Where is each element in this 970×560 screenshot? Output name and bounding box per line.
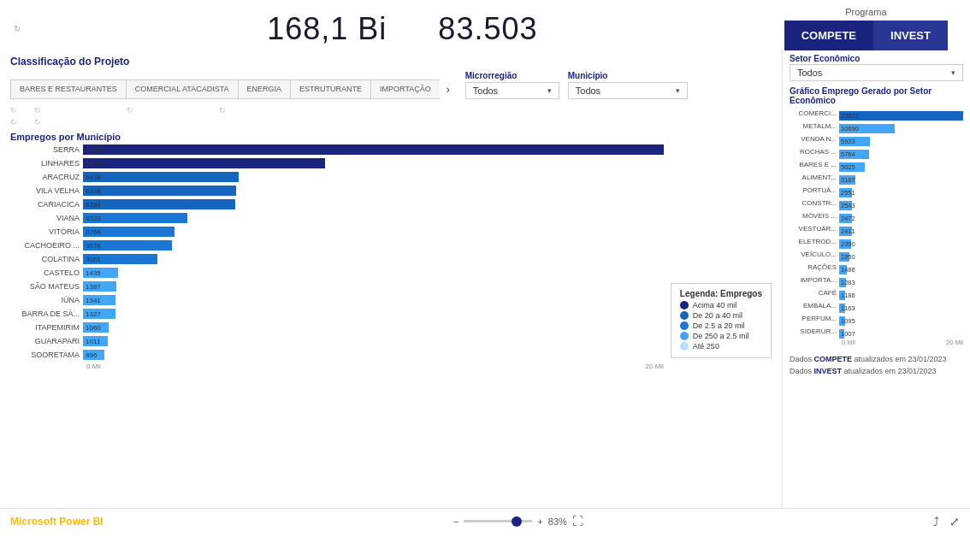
sector-bar-wrap: 1950 bbox=[839, 250, 963, 259]
muni-bar-row: LINHARES 10005 bbox=[10, 157, 664, 169]
fullscreen-icon[interactable]: ⛶ bbox=[572, 515, 583, 528]
sector-bar-fill: 1950 bbox=[839, 252, 849, 262]
tab-importacao[interactable]: IMPORTAÇÃO bbox=[370, 80, 440, 99]
muni-bar-row: ARACRUZ 6438 bbox=[10, 171, 664, 183]
microrregiao-select[interactable]: Todos ▾ bbox=[465, 82, 559, 99]
sector-bar-row: IMPORTA... 1283 bbox=[790, 274, 963, 286]
compete-link[interactable]: COMPETE bbox=[814, 355, 853, 363]
sector-bar-label: BARES E ... bbox=[790, 161, 839, 168]
sector-bar-wrap: 2472 bbox=[839, 211, 963, 221]
sector-bar-label: CONSTR... bbox=[790, 199, 839, 207]
invest-link[interactable]: INVEST bbox=[814, 367, 843, 375]
programa-buttons: COMPETE INVEST bbox=[784, 21, 948, 50]
muni-bar-fill: 896 bbox=[83, 350, 104, 360]
muni-bar-row: SOORETAMA 896 bbox=[10, 349, 664, 361]
compete-button[interactable]: COMPETE bbox=[784, 21, 873, 50]
setor-economico-select[interactable]: Todos ▾ bbox=[790, 64, 963, 81]
sector-bar-wrap: 2411 bbox=[839, 224, 963, 233]
sector-chart-scroll[interactable]: COMERCI... 23922 METALM... 10690 VENDA N… bbox=[790, 108, 963, 346]
muni-bar-row: IÚNA 1341 bbox=[10, 294, 664, 306]
sector-bar-row: PORTUÁ... 2551 bbox=[790, 185, 963, 196]
big-number-2: 83.503 bbox=[438, 11, 537, 47]
bottom-bar: Microsoft Power BI − + 83% ⛶ ⤴ ⤢ bbox=[0, 508, 970, 533]
sector-bar-label: ALIMENT... bbox=[790, 174, 839, 181]
sector-bar-wrap: 1095 bbox=[839, 314, 963, 323]
sector-bar-value: 2551 bbox=[841, 189, 855, 197]
big-number-1: 168,1 Bi bbox=[267, 11, 387, 47]
muni-bar-label: SÃO MATEUS bbox=[10, 282, 83, 291]
sector-bar-label: EMBALA... bbox=[790, 302, 839, 309]
programa-label: Programa bbox=[845, 7, 886, 17]
sector-bar-row: MÓVEIS ... 2472 bbox=[790, 210, 963, 221]
sector-bar-row: METALM... 10690 bbox=[790, 121, 963, 132]
sector-bar-label: VÉÍCULO... bbox=[790, 251, 839, 258]
muni-bar-label: GUARAPARI bbox=[10, 337, 83, 345]
sector-bar-row: ELETROD... 2390 bbox=[790, 236, 963, 247]
muni-bar-row: COLATINA 3061 bbox=[10, 253, 664, 265]
muni-bar-label: LINHARES bbox=[10, 159, 83, 168]
muni-bar-wrap: 1387 bbox=[83, 281, 664, 292]
muni-bar-label: CACHOEIRO ... bbox=[10, 241, 83, 250]
sector-bar-value: 5025 bbox=[841, 163, 855, 171]
muni-bar-fill: 24447 bbox=[83, 144, 664, 155]
zoom-plus[interactable]: + bbox=[537, 516, 542, 527]
legend-item-label: De 20 a 40 mil bbox=[693, 311, 742, 320]
muni-bar-value: 3768 bbox=[86, 228, 101, 236]
sector-bar-row: RAÇÕES 1486 bbox=[790, 262, 963, 273]
muni-bar-value: 10005 bbox=[86, 160, 104, 168]
tab-estruturante[interactable]: ESTRUTURANTE bbox=[290, 80, 370, 99]
zoom-minus[interactable]: − bbox=[453, 516, 458, 527]
muni-bar-value: 6338 bbox=[86, 187, 101, 195]
sector-bar-wrap: 1283 bbox=[839, 275, 963, 285]
expand-icon[interactable]: ⤢ bbox=[949, 515, 960, 528]
sector-bar-value: 2543 bbox=[841, 202, 855, 209]
muni-bar-value: 4320 bbox=[86, 215, 101, 222]
sector-bar-fill: 5923 bbox=[839, 137, 870, 146]
sector-bar-fill: 10690 bbox=[839, 124, 895, 133]
muni-bar-wrap: 4320 bbox=[83, 213, 664, 223]
sector-bar-value: 5923 bbox=[841, 138, 855, 145]
muni-bar-fill: 1341 bbox=[83, 295, 115, 305]
tab-energia[interactable]: ENERGIA bbox=[238, 80, 291, 99]
microrregiao-filter: Microrregião Todos ▾ bbox=[465, 71, 559, 99]
sector-bar-row: VENDA N... 5923 bbox=[790, 133, 963, 144]
legend-dot bbox=[680, 301, 689, 309]
muni-bar-wrap: 1435 bbox=[83, 268, 664, 278]
invest-button[interactable]: INVEST bbox=[873, 21, 948, 50]
zoom-thumb bbox=[512, 516, 522, 527]
legend-dot bbox=[680, 332, 689, 340]
tab-arrow-right[interactable]: › bbox=[440, 80, 457, 99]
muni-bar-value: 24447 bbox=[86, 146, 104, 154]
muni-bar-label: SOORETAMA bbox=[10, 351, 83, 359]
sector-bar-row: ROCHAS ... 5764 bbox=[790, 146, 963, 157]
muni-bar-wrap: 1327 bbox=[83, 309, 664, 319]
powerbi-link[interactable]: Microsoft Power BI bbox=[10, 516, 104, 528]
sector-bar-fill: 2411 bbox=[839, 227, 852, 236]
sector-bar-label: SIDERUR... bbox=[790, 327, 839, 335]
tab-bares[interactable]: BARES E RESTAURANTES bbox=[10, 80, 126, 99]
muni-bar-label: VITÓRIA bbox=[10, 227, 83, 236]
share-icon[interactable]: ⤴ bbox=[933, 515, 939, 528]
sector-bar-wrap: 10690 bbox=[839, 121, 963, 131]
sector-bar-fill: 2472 bbox=[839, 214, 852, 223]
sector-bar-value: 23922 bbox=[841, 112, 859, 120]
municipio-select[interactable]: Todos ▾ bbox=[568, 82, 688, 99]
legend-item: Até 250 bbox=[680, 342, 762, 351]
muni-bar-row: CARIACICA 6284 bbox=[10, 198, 664, 210]
muni-bar-row: BARRA DE SÁ... 1327 bbox=[10, 308, 664, 320]
main-content: Classificação do Projeto BARES E RESTAUR… bbox=[0, 50, 970, 508]
muni-bar-label: CARIACICA bbox=[10, 200, 83, 209]
zoom-slider[interactable] bbox=[464, 520, 532, 522]
sector-bar-row: EMBALA... 1163 bbox=[790, 300, 963, 311]
legend-item: De 2.5 a 20 mil bbox=[680, 321, 762, 330]
sector-bar-value: 1186 bbox=[841, 292, 855, 299]
muni-bar-fill: 1011 bbox=[83, 336, 108, 346]
sector-bar-wrap: 1163 bbox=[839, 301, 963, 310]
sector-bar-row: BARES E ... 5025 bbox=[790, 159, 963, 170]
tab-comercial[interactable]: COMERCIAL ATACADISTA bbox=[126, 80, 238, 99]
municipio-filter: Município Todos ▾ bbox=[568, 71, 688, 99]
sector-bar-value: 1283 bbox=[841, 279, 855, 286]
sector-bar-value: 2390 bbox=[841, 240, 855, 248]
legend-dot bbox=[680, 342, 689, 351]
sector-bar-wrap: 2390 bbox=[839, 237, 963, 246]
